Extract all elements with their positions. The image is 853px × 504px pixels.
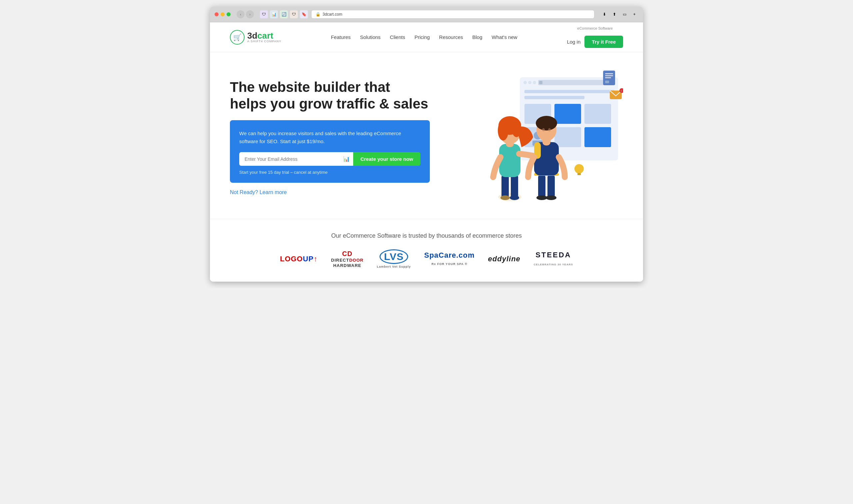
nav-pricing[interactable]: Pricing bbox=[415, 34, 430, 40]
svg-rect-20 bbox=[605, 80, 609, 83]
logo-eddyline: eddyline bbox=[488, 255, 520, 263]
svg-rect-38 bbox=[547, 174, 555, 199]
logo-directdoor: CD DIRECTDOOR HARDWARE bbox=[331, 250, 364, 268]
extension-icon-4: 🛡 bbox=[290, 10, 298, 18]
svg-rect-5 bbox=[539, 81, 542, 84]
traffic-lights bbox=[214, 12, 230, 16]
login-link[interactable]: Log in bbox=[567, 39, 580, 44]
trusted-section: Our eCommerce Software is trusted by tho… bbox=[210, 219, 643, 282]
browser-actions: ⬇ ⬆ ▭ + bbox=[600, 10, 639, 18]
nav-resources[interactable]: Resources bbox=[439, 34, 463, 40]
svg-point-48 bbox=[548, 128, 551, 131]
svg-rect-31 bbox=[499, 144, 520, 177]
hero-illustration: ! bbox=[463, 71, 623, 204]
svg-point-46 bbox=[536, 116, 557, 130]
extension-icon-2: 📊 bbox=[270, 10, 278, 18]
svg-point-39 bbox=[537, 195, 547, 200]
forward-button[interactable]: › bbox=[246, 10, 254, 18]
svg-rect-7 bbox=[524, 96, 585, 99]
logo-icon: 🛒 bbox=[230, 30, 245, 44]
svg-rect-18 bbox=[605, 75, 613, 76]
logo-spacare: SpaCare.com Rx FOR YOUR SPA ® bbox=[424, 251, 475, 267]
ecommerce-label: eCommerce Software bbox=[577, 26, 613, 30]
svg-point-1 bbox=[523, 81, 527, 84]
browser-titlebar: ‹ › 🛡 📊 🔄 🛡 🔖 🔒 3dcart.com ⬇ ⬆ ▭ + bbox=[210, 7, 643, 22]
svg-rect-25 bbox=[577, 173, 581, 175]
email-form: 📊 Create your store now bbox=[239, 152, 420, 166]
browser-extensions: 🛡 📊 🔄 🛡 🔖 bbox=[260, 10, 308, 18]
sidebar-icon[interactable]: ▭ bbox=[621, 10, 628, 18]
svg-rect-6 bbox=[524, 90, 614, 93]
header-actions: Log in Try it Free bbox=[567, 36, 623, 48]
brand-logos-row: LOGOUP↑ CD DIRECTDOOR HARDWARE LVS Lambe… bbox=[230, 249, 623, 268]
logo-steeda: STEEDA CELEBRATING 30 YEARS bbox=[534, 251, 573, 267]
svg-point-40 bbox=[546, 195, 556, 200]
hero-box: We can help you increase visitors and sa… bbox=[230, 120, 430, 183]
minimize-button[interactable] bbox=[221, 12, 225, 16]
hero-title-line1: The website builder that bbox=[230, 79, 390, 95]
nav-features[interactable]: Features bbox=[331, 34, 350, 40]
email-input[interactable] bbox=[239, 152, 340, 166]
lock-icon: 🔒 bbox=[316, 12, 320, 17]
svg-rect-4 bbox=[538, 80, 611, 85]
logo-text: 3dcart A SHIFT4 COMPANY bbox=[247, 31, 281, 43]
svg-rect-17 bbox=[605, 73, 613, 74]
maximize-button[interactable] bbox=[227, 12, 230, 16]
create-store-button[interactable]: Create your store now bbox=[353, 152, 420, 166]
svg-point-29 bbox=[501, 195, 510, 200]
header-right: eCommerce Software Log in Try it Free bbox=[567, 26, 623, 48]
svg-point-3 bbox=[533, 81, 536, 84]
svg-point-47 bbox=[542, 128, 545, 131]
svg-rect-19 bbox=[605, 77, 611, 78]
nav-blog[interactable]: Blog bbox=[472, 34, 483, 40]
svg-rect-37 bbox=[538, 174, 545, 199]
share-icon[interactable]: ⬆ bbox=[610, 10, 619, 18]
extension-icon-1: 🛡 bbox=[260, 10, 268, 18]
logo-brand: 3dcart bbox=[247, 31, 281, 40]
trial-text: Start your free 15 day trial – cancel at… bbox=[239, 170, 420, 175]
page-content: 🛒 3dcart A SHIFT4 COMPANY Features Solut… bbox=[210, 22, 643, 282]
svg-point-35 bbox=[498, 121, 508, 141]
logo-logoup: LOGOUP↑ bbox=[280, 255, 317, 263]
nav-whats-new[interactable]: What's new bbox=[492, 34, 518, 40]
logo-subtitle: A SHIFT4 COMPANY bbox=[247, 40, 281, 43]
nav-arrows: ‹ › bbox=[237, 10, 254, 18]
extension-icon-3: 🔄 bbox=[280, 10, 288, 18]
svg-point-24 bbox=[574, 164, 584, 174]
logo[interactable]: 🛒 3dcart A SHIFT4 COMPANY bbox=[230, 30, 281, 44]
logo-lvs: LVS Lambert Vet Supply bbox=[377, 249, 411, 268]
hero-left: The website builder that helps you grow … bbox=[230, 79, 430, 196]
download-icon[interactable]: ⬇ bbox=[600, 10, 608, 18]
hero-description: We can help you increase visitors and sa… bbox=[239, 129, 420, 145]
main-nav: Features Solutions Clients Pricing Resou… bbox=[331, 34, 517, 40]
url-text: 3dcart.com bbox=[323, 12, 342, 17]
svg-point-30 bbox=[510, 195, 519, 200]
email-icon: 📊 bbox=[343, 156, 350, 162]
svg-rect-27 bbox=[502, 174, 509, 199]
svg-rect-9 bbox=[555, 104, 581, 124]
trusted-title: Our eCommerce Software is trusted by tho… bbox=[230, 232, 623, 239]
nav-solutions[interactable]: Solutions bbox=[360, 34, 381, 40]
svg-rect-28 bbox=[511, 174, 518, 199]
email-icon-wrapper: 📊 bbox=[340, 152, 353, 166]
browser-window: ‹ › 🛡 📊 🔄 🛡 🔖 🔒 3dcart.com ⬇ ⬆ ▭ + 🛒 bbox=[210, 7, 643, 282]
extension-icon-5: 🔖 bbox=[300, 10, 308, 18]
try-free-button[interactable]: Try it Free bbox=[585, 36, 623, 48]
hero-title: The website builder that helps you grow … bbox=[230, 79, 430, 112]
site-header: 🛒 3dcart A SHIFT4 COMPANY Features Solut… bbox=[210, 22, 643, 52]
hero-svg: ! bbox=[463, 71, 623, 204]
learn-more-link[interactable]: Not Ready? Learn more bbox=[230, 190, 287, 195]
svg-rect-12 bbox=[555, 127, 581, 147]
svg-rect-10 bbox=[585, 104, 611, 124]
nav-clients[interactable]: Clients bbox=[390, 34, 405, 40]
svg-rect-13 bbox=[585, 127, 611, 147]
hero-title-line2: helps you grow traffic & sales bbox=[230, 96, 428, 111]
back-button[interactable]: ‹ bbox=[237, 10, 245, 18]
address-bar[interactable]: 🔒 3dcart.com bbox=[311, 10, 594, 19]
close-button[interactable] bbox=[214, 12, 219, 16]
svg-text:!: ! bbox=[621, 89, 622, 92]
svg-point-2 bbox=[528, 81, 532, 84]
hero-section: The website builder that helps you grow … bbox=[210, 52, 643, 219]
new-tab-icon[interactable]: + bbox=[630, 10, 639, 18]
